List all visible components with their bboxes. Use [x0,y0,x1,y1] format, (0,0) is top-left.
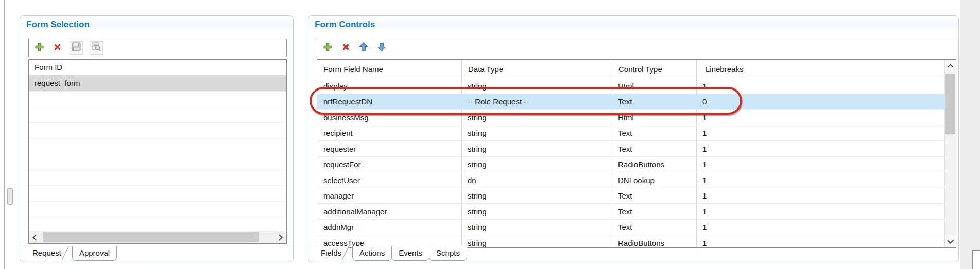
column-header-control-type[interactable]: Control Type [618,64,662,73]
right-background-strip [960,0,980,269]
column-header-data-type[interactable]: Data Type [468,64,503,73]
list-empty-row [29,202,286,218]
list-empty-row [29,107,286,123]
list-empty-row [29,123,286,139]
list-empty-row [29,170,286,186]
table-cell: dn [468,175,476,184]
table-cell: 1 [702,223,707,231]
table-row-selectuser[interactable]: selectUser dn DNLookup 1 [317,172,956,188]
left-splitter[interactable] [4,0,7,269]
move-down-button[interactable] [376,42,387,53]
table-cell: selectUser [323,175,360,184]
save-form-button[interactable] [70,41,83,55]
form-id-list: Form ID request_form [28,59,287,244]
column-header-linebreaks[interactable]: Linebreaks [706,64,743,73]
table-cell: string [468,223,487,231]
form-controls-title: Form Controls [315,20,375,30]
table-row-additionalmanager[interactable]: additionalManager string Text 1 [317,204,956,220]
tab-fields[interactable]: Fields [314,246,348,261]
table-cell: 1 [702,207,707,216]
annotation-red-oval [310,87,742,115]
table-row-recipient[interactable]: recipient string Text 1 [317,125,956,141]
tab-actions[interactable]: Actions [352,246,392,261]
chevron-down-icon [947,237,954,244]
table-cell: DNLookup [618,175,655,184]
scroll-down-button[interactable] [945,235,956,247]
list-empty-row [29,217,286,233]
scroll-up-button[interactable] [945,60,956,72]
move-down-arrow-icon [376,42,387,54]
table-cell: Text [618,223,632,231]
move-up-button[interactable] [358,42,369,53]
add-form-button[interactable] [33,42,45,53]
table-cell: Text [618,144,632,153]
table-cell: additionalManager [323,207,387,216]
form-selection-tabbar: Request Approval [20,246,293,263]
table-cell: 1 [702,144,707,153]
tab-approval[interactable]: Approval [72,246,117,261]
table-cell: 1 [702,160,707,169]
table-cell: 1 [702,191,707,200]
list-empty-row [29,92,286,107]
table-vertical-scrollbar[interactable] [944,60,956,247]
column-header-form-field-name[interactable]: Form Field Name [323,64,383,73]
table-row-requester[interactable]: requester string Text 1 [317,141,956,157]
form-id-list-header: Form ID [29,60,286,75]
scroll-right-button[interactable] [274,231,286,243]
delete-form-button[interactable] [51,42,63,53]
tab-scripts[interactable]: Scripts [429,246,467,261]
table-cell: addnMgr [323,223,354,231]
table-cell: 1 [702,175,707,184]
chevron-right-icon [276,234,283,241]
list-empty-row [29,186,286,202]
add-plus-icon [323,42,333,54]
table-cell: Text [618,129,632,137]
table-row-manager[interactable]: manager string Text 1 [317,188,956,204]
vertical-scroll-thumb[interactable] [945,74,955,134]
list-item-request-form[interactable]: request_form [29,75,286,92]
table-cell: string [468,191,487,200]
form-selection-panel: Form Selection Form ID request_form [20,15,294,262]
table-cell: Text [618,191,632,200]
save-floppy-icon [71,42,81,54]
table-cell: RadioButtons [618,160,664,169]
delete-field-button[interactable] [340,42,351,53]
delete-x-icon [341,42,351,54]
bottom-right-partial-panel [972,250,980,269]
form-controls-panel: Form Controls Form Field Name [308,15,959,262]
preview-magnifier-icon [91,42,101,54]
table-cell: Text [618,207,632,216]
table-cell: string [468,129,487,137]
table-cell: requestFor [323,160,361,169]
chevron-up-icon [947,64,954,70]
move-up-arrow-icon [358,42,369,54]
table-cell: manager [323,191,354,200]
add-field-button[interactable] [322,42,333,53]
chevron-left-icon [32,234,39,241]
table-cell: string [468,144,487,153]
table-header-row: Form Field Name Data Type Control Type L… [317,60,956,78]
form-controls-tabbar: Fields Actions Events Scripts [308,246,958,263]
list-empty-row [29,139,286,155]
table-cell: requester [323,144,356,153]
form-controls-toolbar [317,39,956,57]
table-cell: 1 [702,129,707,137]
table-cell: string [468,207,487,216]
list-empty-row [29,154,286,170]
delete-x-icon [53,42,62,54]
table-cell: string [468,160,487,169]
splitter-grip[interactable] [7,188,13,205]
tab-events[interactable]: Events [391,246,429,261]
form-selection-title: Form Selection [26,20,90,30]
table-row-requestfor[interactable]: requestFor string RadioButtons 1 [317,157,956,173]
scroll-left-button[interactable] [29,231,41,243]
table-row-addnmgr[interactable]: addnMgr string Text 1 [317,220,956,236]
add-plus-icon [35,42,44,54]
table-cell: recipient [323,129,353,137]
preview-form-button[interactable] [90,41,103,55]
form-selection-toolbar [28,39,287,57]
form-id-horizontal-scrollbar[interactable] [29,231,286,243]
horizontal-scroll-thumb[interactable] [43,232,259,242]
